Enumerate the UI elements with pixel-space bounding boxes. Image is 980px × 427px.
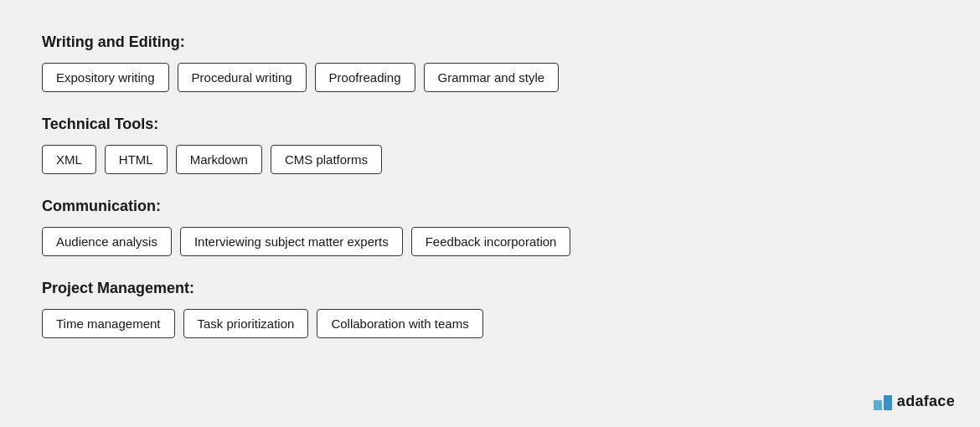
tag-item: XML	[42, 145, 96, 174]
tags-row-technical-tools: XMLHTMLMarkdownCMS platforms	[42, 145, 938, 174]
section-title-project-management: Project Management:	[42, 280, 938, 297]
tag-item: Time management	[42, 309, 175, 338]
svg-rect-0	[874, 400, 882, 410]
tags-row-writing-editing: Expository writingProcedural writingProo…	[42, 63, 938, 92]
tag-item: Proofreading	[315, 63, 415, 92]
section-title-technical-tools: Technical Tools:	[42, 116, 938, 133]
logo-icon	[874, 392, 892, 410]
tags-row-communication: Audience analysisInterviewing subject ma…	[42, 227, 938, 256]
tags-row-project-management: Time managementTask prioritizationCollab…	[42, 309, 938, 338]
section-project-management: Project Management:Time managementTask p…	[42, 280, 938, 338]
section-technical-tools: Technical Tools:XMLHTMLMarkdownCMS platf…	[42, 116, 938, 174]
tag-item: HTML	[105, 145, 168, 174]
section-communication: Communication:Audience analysisInterview…	[42, 198, 938, 256]
section-writing-editing: Writing and Editing:Expository writingPr…	[42, 33, 938, 92]
tag-item: Markdown	[176, 145, 262, 174]
tag-item: Procedural writing	[178, 63, 307, 92]
svg-rect-1	[884, 395, 892, 410]
logo-text: adaface	[897, 393, 955, 410]
tag-item: Expository writing	[42, 63, 169, 92]
main-container: Writing and Editing:Expository writingPr…	[0, 0, 980, 395]
tag-item: Feedback incorporation	[411, 227, 571, 256]
tag-item: Interviewing subject matter experts	[180, 227, 403, 256]
section-title-writing-editing: Writing and Editing:	[42, 33, 938, 51]
tag-item: Collaboration with teams	[317, 309, 482, 338]
tag-item: CMS platforms	[271, 145, 382, 174]
section-title-communication: Communication:	[42, 198, 938, 215]
tag-item: Task prioritization	[183, 309, 309, 338]
tag-item: Audience analysis	[42, 227, 172, 256]
logo-container: adaface	[874, 392, 955, 410]
tag-item: Grammar and style	[424, 63, 560, 92]
